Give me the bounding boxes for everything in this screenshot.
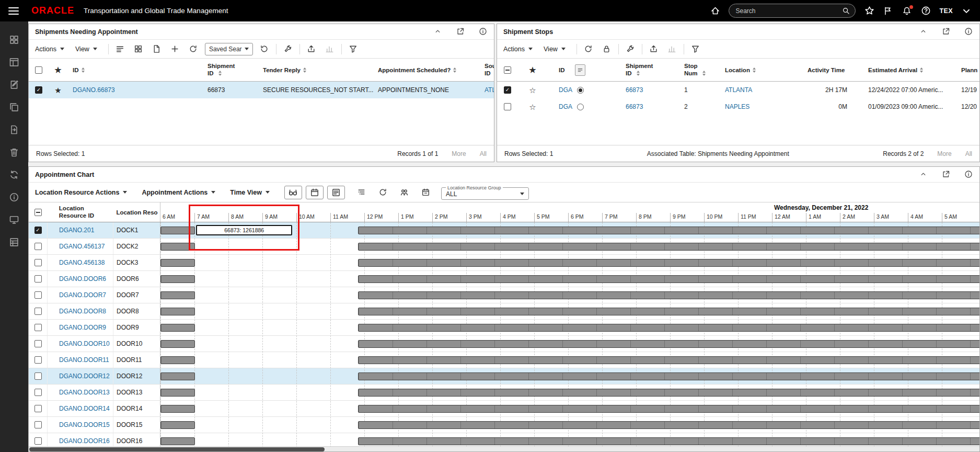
resource-id-link[interactable]: DGANO.DOOR7 — [59, 291, 106, 299]
resource-id-link[interactable]: DGANO.201 — [59, 227, 94, 234]
global-search[interactable] — [729, 4, 856, 18]
resource-id-link[interactable]: DGANO.DOOR9 — [59, 324, 106, 331]
scrollbar-thumb[interactable] — [29, 447, 325, 451]
column-source-id[interactable]: Sou ID — [481, 63, 494, 77]
edit-document-icon[interactable] — [8, 79, 20, 91]
shipment-id-link[interactable]: DGANO.66873 — [73, 86, 115, 94]
gantt-row[interactable]: DGANO.456138DOCK3 — [29, 255, 979, 271]
column-estimated-arrival[interactable]: Estimated Arrival — [866, 67, 958, 73]
filter-icon[interactable] — [689, 43, 702, 55]
select-all-checkbox[interactable] — [34, 209, 42, 216]
saved-search-select[interactable]: Saved Sear — [205, 43, 253, 55]
source-id-link[interactable]: ATL — [485, 86, 494, 94]
user-menu-chevron-icon[interactable] — [961, 6, 972, 16]
column-stop-num[interactable]: Stop Num — [676, 63, 720, 77]
location-link[interactable]: NAPLES — [725, 103, 750, 110]
gantt-row[interactable]: DGANO.DOOR7DOOR7 — [29, 287, 979, 303]
popout-icon[interactable] — [942, 27, 951, 36]
resource-id-link[interactable]: DGANO.DOOR16 — [59, 437, 110, 445]
table-row[interactable]: DGANO.66873 66873 SECURE RESOURCES_NOT S… — [29, 82, 494, 98]
trash-icon[interactable] — [8, 146, 20, 158]
shipment-id-link[interactable]: 66873 — [626, 86, 643, 94]
row-radio[interactable] — [577, 104, 584, 110]
appointment-block[interactable]: 66873: 1261886 — [196, 225, 292, 235]
busy-bar[interactable] — [160, 324, 195, 332]
column-id[interactable]: ID — [67, 67, 204, 73]
column-location-resource-id[interactable]: Location Resource ID — [48, 205, 113, 219]
gantt-row[interactable]: DGANO.201DOCK166873: 1261886 — [29, 222, 979, 239]
horizontal-scrollbar[interactable] — [29, 446, 979, 451]
row-radio[interactable] — [577, 87, 584, 94]
table-row[interactable]: DGA 66873 1 ATLANTA 2H 17M 12/24/2022 07… — [497, 82, 979, 98]
home-icon[interactable] — [710, 6, 720, 16]
search-input[interactable] — [734, 7, 837, 15]
agenda-calendar-icon[interactable] — [306, 186, 324, 199]
gantt-row[interactable]: DGANO.DOOR13DOOR13 — [29, 385, 979, 401]
column-tender-reply[interactable]: Tender Reply — [260, 67, 374, 73]
table-layout-icon[interactable] — [113, 43, 127, 55]
row-checkbox[interactable] — [34, 340, 42, 347]
gantt-row[interactable]: DGANO.DOOR9DOOR9 — [29, 320, 979, 336]
row-checkbox[interactable] — [34, 324, 42, 331]
resource-id-link[interactable]: DGANO.DOOR11 — [59, 356, 109, 364]
busy-bar[interactable] — [358, 308, 979, 315]
row-checkbox[interactable] — [34, 437, 42, 445]
busy-bar[interactable] — [358, 372, 979, 380]
grid-view-icon[interactable] — [132, 43, 145, 55]
gantt-row[interactable]: DGANO.DOOR15DOOR15 — [29, 417, 979, 433]
shipment-id-link[interactable]: 66873 — [626, 103, 643, 110]
column-appointment-scheduled[interactable]: Appointment Scheduled? — [374, 67, 481, 73]
resource-id-link[interactable]: DGANO.DOOR6 — [59, 275, 106, 282]
table-row[interactable]: DGA 66873 2 NAPLES 0M 01/09/2023 09:00 A… — [497, 98, 979, 115]
busy-bar[interactable] — [358, 243, 979, 251]
sync-icon[interactable] — [8, 169, 20, 180]
busy-bar[interactable] — [160, 372, 195, 380]
busy-bar[interactable] — [358, 421, 979, 429]
row-checkbox[interactable] — [35, 86, 42, 94]
busy-bar[interactable] — [358, 324, 979, 332]
collapse-panel-icon[interactable] — [919, 170, 928, 179]
actions-dropdown[interactable]: Actions — [35, 46, 64, 53]
schedule-icon[interactable] — [419, 186, 433, 199]
busy-bar[interactable] — [160, 243, 195, 251]
collapse-panel-icon[interactable] — [919, 27, 928, 36]
row-checkbox[interactable] — [34, 372, 42, 380]
row-checkbox[interactable] — [34, 243, 42, 250]
location-resource-group-value[interactable]: ALL — [446, 190, 457, 198]
favorites-star-icon[interactable] — [864, 6, 874, 16]
gantt-row[interactable]: DGANO.DOOR6DOOR6 — [29, 271, 979, 287]
add-icon[interactable] — [168, 43, 182, 55]
row-checkbox[interactable] — [34, 275, 42, 282]
busy-bar[interactable] — [160, 405, 195, 413]
gantt-row[interactable]: DGANO.456137DOCK2 — [29, 239, 979, 255]
gantt-row[interactable]: DGANO.DOOR11DOOR11 — [29, 352, 979, 368]
gantt-row[interactable]: DGANO.DOOR14DOOR14 — [29, 401, 979, 417]
busy-bar[interactable] — [358, 275, 979, 283]
report-table-icon[interactable] — [8, 236, 20, 248]
help-icon[interactable] — [920, 6, 931, 16]
column-activity-time[interactable]: Activity Time — [803, 67, 866, 73]
location-link[interactable]: ATLANTA — [725, 86, 752, 94]
favorite-star[interactable] — [529, 103, 536, 111]
busy-bar[interactable] — [358, 227, 979, 234]
resource-id-link[interactable]: DGANO.456137 — [59, 243, 105, 250]
favorite-star[interactable] — [529, 86, 536, 94]
busy-bar[interactable] — [358, 340, 979, 348]
resource-id-link[interactable]: DGANO.DOOR8 — [59, 308, 106, 315]
collapse-panel-icon[interactable] — [434, 27, 443, 36]
info-icon[interactable] — [964, 170, 973, 179]
info-icon[interactable] — [8, 191, 20, 203]
busy-bar[interactable] — [160, 437, 195, 445]
view-dropdown[interactable]: View — [544, 46, 566, 53]
resource-id-link[interactable]: DGANO.DOOR14 — [59, 405, 110, 412]
menu-icon[interactable] — [8, 7, 19, 15]
refresh-icon[interactable] — [376, 186, 390, 199]
column-planned[interactable]: Plann — [958, 67, 979, 73]
location-resource-actions-dropdown[interactable]: Location Resource Actions — [35, 189, 127, 196]
export-icon[interactable] — [647, 43, 661, 55]
busy-bar[interactable] — [358, 259, 979, 267]
lock-icon[interactable] — [600, 43, 614, 55]
refresh-icon[interactable] — [187, 43, 200, 55]
busy-bar[interactable] — [358, 389, 979, 397]
settings-wrench-icon[interactable] — [281, 43, 295, 55]
